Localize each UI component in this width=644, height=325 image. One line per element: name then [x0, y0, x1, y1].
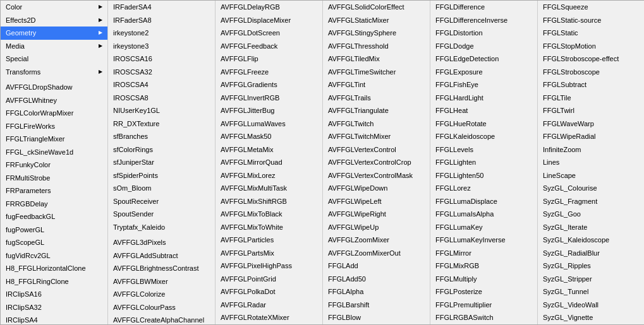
menu-item[interactable]: sfJuniperStar — [108, 156, 215, 169]
menu-item[interactable]: FFGLDistortion — [430, 27, 537, 40]
menu-item[interactable]: AVFFGLFeedback — [216, 40, 322, 53]
menu-item[interactable]: Lines — [538, 156, 644, 169]
menu-item[interactable]: IROSCSA8 — [108, 92, 215, 105]
menu-item[interactable]: AVFFGLTimeSwitcher — [323, 66, 430, 79]
menu-item[interactable]: IRClipSA4 — [1, 314, 107, 325]
menu-item[interactable]: SyzGL_Iterate — [538, 221, 644, 234]
menu-item[interactable]: SyzGL_Colourise — [538, 182, 644, 195]
menu-item[interactable]: AVFFGLPointGrid — [216, 273, 322, 286]
menu-item[interactable]: SyzGL_Kaleidoscope — [538, 233, 644, 247]
menu-item[interactable]: SyzGL_Ripples — [538, 259, 644, 273]
menu-item[interactable]: FFGLHardLight — [430, 92, 537, 105]
menu-item[interactable]: sOm_Bloom — [108, 182, 215, 195]
menu-item[interactable]: Effects2D — [1, 14, 107, 27]
menu-item[interactable]: AVFFGLVertexControl — [323, 143, 430, 157]
menu-item[interactable]: FFGLPremultiplier — [430, 298, 537, 312]
menu-item[interactable]: AVFFGLCreateAlphaChannel — [108, 314, 215, 325]
menu-item[interactable]: IRFaderSA8 — [108, 14, 215, 27]
menu-item[interactable]: FFGLColorWrapMixer — [1, 107, 107, 120]
menu-item[interactable]: AVFFGLMixToBlack — [216, 208, 322, 221]
menu-item[interactable]: FFGLDodge — [430, 40, 537, 53]
menu-item[interactable]: FRParameters — [1, 184, 107, 198]
menu-item[interactable]: FFGLLevels — [430, 143, 537, 157]
menu-item[interactable]: FFGLFireWorks — [1, 120, 107, 133]
menu-item[interactable]: FFGLHueRotate — [430, 117, 537, 131]
menu-item[interactable]: AVFFGLTriangulate — [323, 104, 430, 117]
menu-item[interactable]: sfColorRings — [108, 143, 215, 157]
menu-item[interactable]: AVFFGLPolkaDot — [216, 285, 322, 298]
menu-item[interactable]: FFGLTriangleMixer — [1, 133, 107, 146]
menu-item[interactable]: SpoutReceiver — [108, 195, 215, 208]
menu-item[interactable]: LineScape — [538, 169, 644, 182]
menu-item[interactable]: AVFFGLVertexControlMask — [323, 169, 430, 182]
menu-item[interactable]: FFGLFishEye — [430, 78, 537, 92]
menu-item[interactable]: FFGLDifference — [430, 1, 537, 14]
menu-item[interactable]: sfSpiderPoints — [108, 169, 215, 182]
menu-item[interactable]: FFGLLorez — [430, 182, 537, 195]
menu-item[interactable]: AVFFGLPartsMix — [216, 247, 322, 260]
menu-item[interactable]: AVFFGLColorize — [108, 288, 215, 301]
menu-item[interactable]: IRClipSA32 — [1, 301, 107, 314]
menu-item[interactable]: FFGLAdd — [323, 259, 430, 273]
menu-item[interactable]: AVFFGLSolidColorEffect — [323, 1, 430, 14]
menu-item[interactable]: FFGLTwirl — [538, 104, 644, 117]
menu-item[interactable]: FFGLLighten — [430, 156, 537, 169]
menu-item[interactable]: AVFFGLMetaMix — [216, 143, 322, 157]
menu-item[interactable]: FFGLBarshift — [323, 298, 430, 312]
menu-item[interactable]: IROSCSA16 — [108, 52, 215, 66]
menu-item[interactable]: AVFFGLAddSubtract — [108, 249, 215, 263]
menu-item[interactable]: AVFFGLPixelHighPass — [216, 259, 322, 273]
menu-item[interactable]: FFGLWaveWarp — [538, 117, 644, 131]
menu-item[interactable]: IROSCSA4 — [108, 78, 215, 92]
menu-item[interactable]: FFGLAlpha — [323, 285, 430, 298]
menu-item[interactable]: SyzGL_Fragment — [538, 195, 644, 208]
menu-item[interactable]: AVFFGLBWMixer — [108, 275, 215, 288]
menu-item[interactable]: SyzGL_Vignette — [538, 311, 644, 324]
menu-item[interactable]: AVFFGLTrails — [323, 92, 430, 105]
menu-item[interactable]: AVFFGLMask50 — [216, 130, 322, 143]
menu-item[interactable]: FFGLStroboscope-effect — [538, 52, 644, 66]
menu-item[interactable]: FFGLMirror — [430, 247, 537, 260]
menu-item[interactable]: AVFFGLTint — [323, 78, 430, 92]
menu-item[interactable]: fugVidRcv2GL — [1, 249, 107, 263]
menu-item[interactable]: AVFFGLMirrorQuad — [216, 156, 322, 169]
menu-item[interactable]: AVFFGLTiledMix — [323, 52, 430, 66]
menu-item[interactable]: FFGLBlow — [323, 311, 430, 324]
menu-item[interactable]: FFGLStroboscope — [538, 66, 644, 79]
menu-item[interactable]: AVFFGLZoomMixerOut — [323, 247, 430, 260]
menu-item[interactable]: AVFFGLThresshold — [323, 40, 430, 53]
menu-item[interactable]: Tryptafx_Kaleido — [108, 221, 215, 234]
menu-item[interactable]: FFGLDifferenceInverse — [430, 14, 537, 27]
menu-item[interactable]: fugFeedbackGL — [1, 210, 107, 223]
menu-item[interactable]: FFGLLumaDisplace — [430, 195, 537, 208]
menu-item[interactable]: Special — [1, 52, 107, 66]
menu-item[interactable]: H8_FFGLRingClone — [1, 275, 107, 288]
menu-item[interactable]: AVFFGLVertexControlCrop — [323, 156, 430, 169]
menu-item[interactable]: AVFFGLMixLorez — [216, 169, 322, 182]
menu-item[interactable]: FFGLKaleidoscope — [430, 130, 537, 143]
menu-item[interactable]: FFGLWipeRadial — [538, 130, 644, 143]
menu-item[interactable]: AVFFGLDotScreen — [216, 27, 322, 40]
menu-item[interactable]: FFGLLumaKeyInverse — [430, 233, 537, 247]
menu-item[interactable]: AVFFGLStaticMixer — [323, 14, 430, 27]
menu-item[interactable]: AVFFGLMixToWhite — [216, 221, 322, 234]
menu-item[interactable]: AVFFGLFreeze — [216, 66, 322, 79]
menu-item[interactable]: FRRGBDelay — [1, 198, 107, 211]
menu-item[interactable]: Transforms — [1, 66, 107, 79]
menu-item[interactable]: irkeystone2 — [108, 27, 215, 40]
menu-item[interactable]: SyzGL_Tunnel — [538, 285, 644, 298]
menu-item[interactable]: FFGLPosterize — [430, 285, 537, 298]
menu-item[interactable]: AVFFGL3dPixels — [108, 236, 215, 249]
menu-item[interactable]: AVFFGLWhitney — [1, 94, 107, 107]
menu-item[interactable]: AVFFGLFlip — [216, 52, 322, 66]
menu-item[interactable]: AVFFGLJitterBug — [216, 104, 322, 117]
menu-item[interactable]: SyzGL_Stripper — [538, 273, 644, 286]
menu-item[interactable]: FFGL_ckSineWave1d — [1, 146, 107, 159]
menu-item[interactable]: IRClipSA16 — [1, 288, 107, 301]
menu-item[interactable]: FFGLSqueeze — [538, 1, 644, 14]
menu-item[interactable]: AVFFGLDelayRGB — [216, 1, 322, 14]
menu-item[interactable]: AVFFGLGradients — [216, 78, 322, 92]
menu-item[interactable]: AVFFGLZoomMixer — [323, 233, 430, 247]
menu-item[interactable]: AVFFGLTwitchMixer — [323, 130, 430, 143]
menu-item[interactable]: SyzGL_Goo — [538, 208, 644, 221]
